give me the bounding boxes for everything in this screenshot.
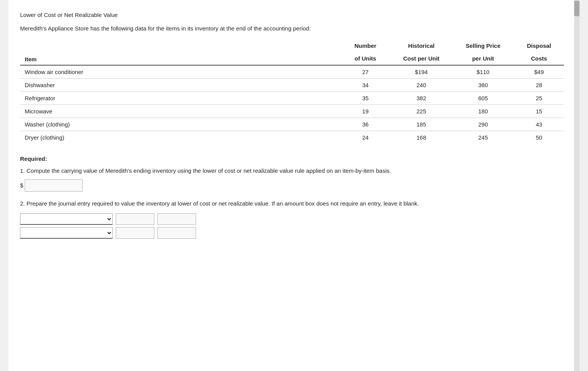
cell-disposal: 15 [514, 105, 564, 118]
cell-units: 19 [340, 105, 390, 118]
col-header-number-top: Number [355, 42, 377, 49]
table-row: Microwave 19 225 180 15 [20, 105, 564, 118]
question-1-answer-row: $ [20, 179, 564, 192]
journal-select-1[interactable] [20, 213, 113, 225]
cell-disposal: $49 [514, 65, 564, 79]
page-title: Lower of Cost or Net Realizable Value [20, 12, 564, 18]
cell-units: 35 [340, 92, 390, 105]
col-header-disposal-top: Disposal [527, 42, 551, 49]
required-section: Required: 1. Compute the carrying value … [20, 155, 564, 239]
cell-historical: $194 [390, 65, 452, 79]
journal-debit-1[interactable] [116, 213, 154, 225]
journal-row-2 [20, 227, 564, 239]
cell-selling: 290 [452, 118, 514, 131]
cell-item: Refrigerator [20, 92, 340, 105]
col-header-historical-bottom: Cost per Unit [403, 55, 439, 62]
inventory-table: Item Number Historical Selling Price Dis… [20, 39, 564, 144]
journal-select-2[interactable] [20, 227, 113, 239]
journal-rows [20, 213, 564, 239]
cell-historical: 185 [390, 118, 452, 131]
cell-historical: 382 [390, 92, 452, 105]
col-header-historical-top: Historical [408, 42, 434, 49]
table-row: Refrigerator 35 382 605 25 [20, 92, 564, 105]
cell-units: 24 [340, 131, 390, 144]
col-header-number-bottom: of Units [355, 55, 376, 62]
journal-credit-2[interactable] [157, 227, 196, 239]
cell-units: 36 [340, 118, 390, 131]
cell-historical: 225 [390, 105, 452, 118]
q1-answer-input[interactable] [25, 179, 83, 192]
journal-section: 2. Prepare the journal entry required to… [20, 199, 564, 239]
page-description: Meredith's Appliance Store has the follo… [20, 25, 564, 32]
cell-item: Washer (clothing) [20, 118, 340, 131]
cell-disposal: 43 [514, 118, 564, 131]
question-1-text: 1. Compute the carrying value of Meredit… [20, 167, 564, 175]
cell-disposal: 28 [514, 79, 564, 92]
cell-selling: 245 [452, 131, 514, 144]
cell-selling: $110 [452, 65, 514, 79]
cell-historical: 240 [390, 79, 452, 92]
main-page: Lower of Cost or Net Realizable Value Me… [8, 0, 580, 371]
cell-units: 34 [340, 79, 390, 92]
question-2-text: 2. Prepare the journal entry required to… [20, 199, 564, 208]
cell-item: Microwave [20, 105, 340, 118]
scrollbar[interactable] [574, 0, 580, 371]
dollar-sign: $ [20, 182, 23, 189]
table-row: Dryer (clothing) 24 168 245 50 [20, 131, 564, 144]
cell-selling: 180 [452, 105, 514, 118]
cell-units: 27 [340, 65, 390, 79]
cell-disposal: 25 [514, 92, 564, 105]
table-row: Washer (clothing) 36 185 290 43 [20, 118, 564, 131]
cell-historical: 168 [390, 131, 452, 144]
col-header-selling-bottom: per Unit [472, 55, 494, 62]
journal-debit-2[interactable] [116, 227, 154, 239]
col-header-item: Item [25, 56, 37, 62]
cell-item: Dryer (clothing) [20, 131, 340, 144]
col-header-selling-top: Selling Price [466, 42, 500, 49]
cell-disposal: 50 [514, 131, 564, 144]
journal-credit-1[interactable] [157, 213, 196, 225]
cell-item: Window air conditioner [20, 65, 340, 79]
cell-selling: 380 [452, 79, 514, 92]
cell-selling: 605 [452, 92, 514, 105]
journal-row-1 [20, 213, 564, 225]
table-row: Dishwasher 34 240 380 28 [20, 79, 564, 92]
scrollbar-thumb[interactable] [574, 1, 580, 16]
cell-item: Dishwasher [20, 79, 340, 92]
table-row: Window air conditioner 27 $194 $110 $49 [20, 65, 564, 79]
col-header-disposal-bottom: Costs [531, 55, 547, 62]
required-label: Required: [20, 155, 564, 162]
